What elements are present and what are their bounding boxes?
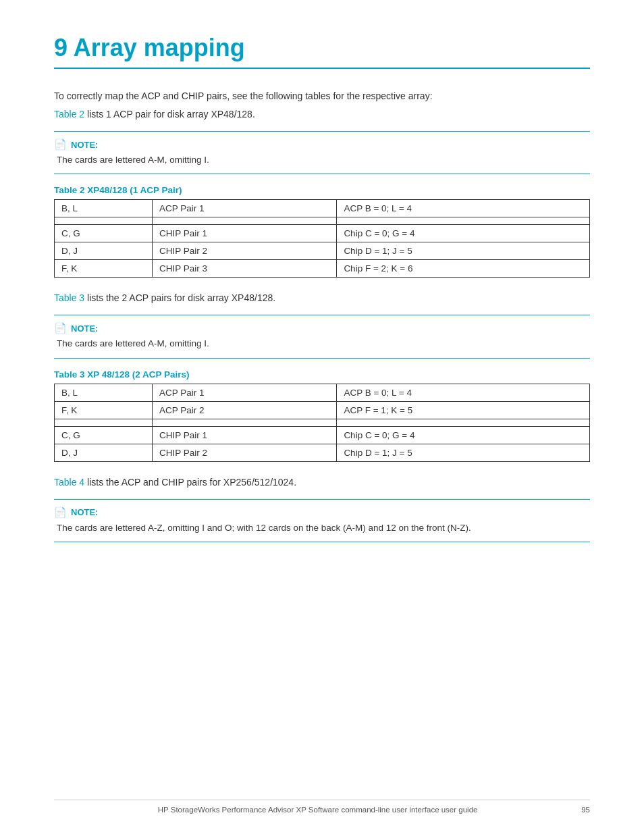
table2-row4-col3: Chip D = 1; J = 5 [337, 242, 590, 260]
table2-row5-col2: CHIP Pair 3 [152, 260, 336, 278]
table-row: D, J CHIP Pair 2 Chip D = 1; J = 5 [55, 242, 590, 260]
table2-spacer-row [55, 217, 590, 225]
note2-header: 📄 NOTE: [54, 322, 590, 334]
table2-title: Table 2 XP48/128 (1 ACP Pair) [54, 185, 590, 195]
spacer-cell [55, 217, 153, 225]
spacer-cell [337, 217, 590, 225]
note3-icon: 📄 [54, 506, 67, 519]
table-row: C, G CHIP Pair 1 Chip C = 0; G = 4 [55, 225, 590, 242]
spacer-cell [55, 419, 153, 426]
intro-line2: Table 2 lists 1 ACP pair for disk array … [54, 107, 590, 122]
table2-row1-col3: ACP B = 0; L = 4 [337, 200, 590, 217]
table3-row5-col1: D, J [55, 444, 153, 461]
table2-row1-col1: B, L [55, 200, 153, 217]
page: 9 Array mapping To correctly map the ACP… [0, 0, 644, 834]
note3-header-text: NOTE: [71, 507, 98, 517]
table-row: C, G CHIP Pair 1 Chip C = 0; G = 4 [55, 426, 590, 444]
table-row: D, J CHIP Pair 2 Chip D = 1; J = 5 [55, 444, 590, 461]
table2-row3-col2: CHIP Pair 1 [152, 225, 336, 242]
table2-row4-col1: D, J [55, 242, 153, 260]
chapter-title-text: Array mapping [74, 34, 245, 61]
table2-row3-col3: Chip C = 0; G = 4 [337, 225, 590, 242]
table3: B, L ACP Pair 1 ACP B = 0; L = 4 F, K AC… [54, 384, 590, 462]
chapter-number: 9 [54, 34, 68, 61]
note1-body: The cards are lettered A-M, omitting I. [54, 153, 590, 167]
table3-intro: Table 3 lists the 2 ACP pairs for disk a… [54, 291, 590, 305]
table3-intro-text: lists the 2 ACP pairs for disk array XP4… [84, 292, 275, 303]
table3-row4-col3: Chip C = 0; G = 4 [337, 426, 590, 444]
spacer-cell [337, 419, 590, 426]
note3-body: The cards are lettered A-Z, omitting I a… [54, 521, 590, 535]
table3-row4-col1: C, G [55, 426, 153, 444]
note3-box: 📄 NOTE: The cards are lettered A-Z, omit… [54, 499, 590, 542]
table3-row1-col2: ACP Pair 1 [152, 384, 336, 401]
note2-icon: 📄 [54, 322, 67, 334]
table3-row1-col1: B, L [55, 384, 153, 401]
chapter-title: 9 Array mapping [54, 34, 590, 69]
table2-row5-col1: F, K [55, 260, 153, 278]
table3-title: Table 3 XP 48/128 (2 ACP Pairs) [54, 369, 590, 380]
spacer-cell [152, 217, 336, 225]
table2-link[interactable]: Table 2 [54, 109, 84, 120]
table3-row5-col2: CHIP Pair 2 [152, 444, 336, 461]
note1-header: 📄 NOTE: [54, 138, 590, 151]
table4-intro-text: lists the ACP and CHIP pairs for XP256/5… [84, 477, 296, 488]
note2-header-text: NOTE: [71, 323, 98, 334]
footer-text: HP StorageWorks Performance Advisor XP S… [54, 806, 581, 814]
table2-row3-col1: C, G [55, 225, 153, 242]
note2-body: The cards are lettered A-M, omitting I. [54, 337, 590, 350]
spacer-cell [152, 419, 336, 426]
table4-link[interactable]: Table 4 [54, 477, 84, 488]
table3-row1-col3: ACP B = 0; L = 4 [337, 384, 590, 401]
table3-row2-col3: ACP F = 1; K = 5 [337, 401, 590, 419]
table3-row2-col1: F, K [55, 401, 153, 419]
table2-row5-col3: Chip F = 2; K = 6 [337, 260, 590, 278]
note1-header-text: NOTE: [71, 140, 98, 150]
table-row: B, L ACP Pair 1 ACP B = 0; L = 4 [55, 200, 590, 217]
table3-row2-col2: ACP Pair 2 [152, 401, 336, 419]
table2-row4-col2: CHIP Pair 2 [152, 242, 336, 260]
intro-line1: To correctly map the ACP and CHIP pairs,… [54, 89, 590, 103]
intro-line2-text: lists 1 ACP pair for disk array XP48/128… [84, 109, 255, 120]
table2: B, L ACP Pair 1 ACP B = 0; L = 4 C, G CH… [54, 199, 590, 278]
table3-spacer-row [55, 419, 590, 426]
table-row: F, K CHIP Pair 3 Chip F = 2; K = 6 [55, 260, 590, 278]
table-row: F, K ACP Pair 2 ACP F = 1; K = 5 [55, 401, 590, 419]
table-row: B, L ACP Pair 1 ACP B = 0; L = 4 [55, 384, 590, 401]
note2-box: 📄 NOTE: The cards are lettered A-M, omit… [54, 315, 590, 358]
table4-intro: Table 4 lists the ACP and CHIP pairs for… [54, 475, 590, 490]
note3-header: 📄 NOTE: [54, 506, 590, 519]
table2-row1-col2: ACP Pair 1 [152, 200, 336, 217]
table3-row5-col3: Chip D = 1; J = 5 [337, 444, 590, 461]
footer-page: 95 [581, 806, 590, 814]
table3-row4-col2: CHIP Pair 1 [152, 426, 336, 444]
note1-box: 📄 NOTE: The cards are lettered A-M, omit… [54, 131, 590, 174]
table3-link[interactable]: Table 3 [54, 292, 84, 303]
note1-icon: 📄 [54, 138, 67, 151]
footer: HP StorageWorks Performance Advisor XP S… [54, 800, 590, 814]
